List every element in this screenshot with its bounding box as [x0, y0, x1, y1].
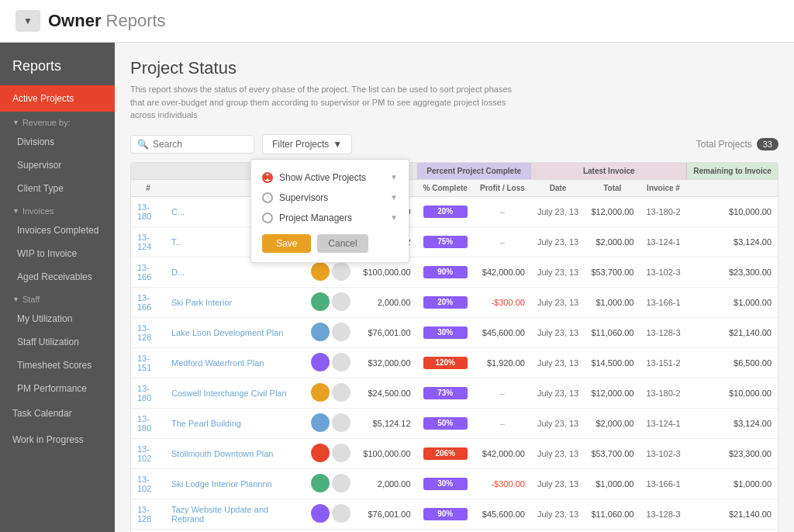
col-header-latest-invoice: Latest Invoice [531, 163, 687, 180]
filter-projects-button[interactable]: Filter Projects ▼ [262, 134, 352, 154]
sidebar-item-task-calendar[interactable]: Task Calendar [0, 400, 115, 427]
search-input[interactable] [153, 139, 247, 150]
cell-inv-total: $53,700.00 [585, 438, 640, 468]
cancel-button[interactable]: Cancel [317, 234, 368, 253]
chevron-down-icon: ▼ [333, 139, 342, 150]
cell-pm [305, 529, 357, 532]
table-row: 13-102 Stollmouth Downtown Plan $100,000… [131, 438, 778, 468]
search-box[interactable]: 🔍 [130, 135, 254, 154]
dropdown-option-project-managers[interactable]: Project Managers ▼ [251, 208, 409, 228]
cell-name[interactable]: Coswell Interchange Civil Plan [165, 378, 305, 408]
cell-remaining: $23,300.00 [687, 438, 778, 468]
menu-toggle-button[interactable]: ▼ [16, 10, 40, 32]
cell-id[interactable]: 13-102 [131, 438, 165, 468]
cell-id[interactable]: 13-124 [131, 226, 165, 257]
cell-name[interactable]: Ski Park Interior [165, 287, 305, 317]
avatar [311, 413, 330, 432]
sidebar-item-active-projects[interactable]: Active Projects [0, 85, 115, 112]
sidebar-header: Reports [0, 43, 115, 85]
app-title: Owner Reports [48, 11, 166, 31]
cell-name[interactable]: Collwell Structural Design [165, 529, 305, 532]
cell-remaining: $6,500.00 [687, 347, 778, 378]
col-header-num: # [131, 179, 165, 196]
col-header-inv-num: Invoice # [640, 179, 686, 196]
cell-name[interactable]: Lake Loon Development Plan [165, 317, 305, 347]
sidebar-item-staff-utilization[interactable]: Staff Utilization [0, 330, 115, 354]
cell-name[interactable]: Medford Waterfront Plan [165, 347, 305, 378]
cell-name[interactable]: Stollmouth Downtown Plan [165, 438, 305, 468]
cell-profit-loss: $45,600.00 [474, 499, 531, 529]
cell-pct-complete: 30% [417, 468, 474, 499]
avatar [311, 262, 330, 281]
toolbar-row: 🔍 Filter Projects ▼ Show Active Projects… [130, 134, 778, 154]
cell-inv-total: $11,060.00 [585, 317, 640, 347]
cell-date: July 23, 13 [531, 438, 585, 468]
dropdown-option-show-active[interactable]: Show Active Projects ▼ [251, 168, 409, 188]
table-row: 13-128 Tazy Website Update and Rebrand $… [131, 499, 778, 529]
table-row: 13-166 D... $100,000.00 90% $42,000.00 J… [131, 257, 778, 287]
cell-id[interactable]: 13-128 [131, 317, 165, 347]
cell-id[interactable]: 13-128 [131, 499, 165, 529]
sidebar-item-supervisor[interactable]: Supervisor [0, 154, 115, 177]
avatar [311, 474, 330, 492]
cell-id[interactable]: 13-102 [131, 468, 165, 499]
sidebar-item-client-type[interactable]: Client Type [0, 177, 115, 200]
sidebar-item-invoices-completed[interactable]: Invoices Completed [0, 219, 115, 242]
cell-profit-loss: – [474, 226, 531, 257]
dropdown-option-supervisors[interactable]: Supervisors ▼ [251, 188, 409, 208]
sidebar-section-label: Invoices [22, 206, 54, 216]
cell-inv-num: 13-128-3 [640, 499, 686, 529]
cell-id[interactable]: 13-151 [131, 529, 165, 532]
cell-pct-complete: 20% [417, 287, 474, 317]
progress-bar: 50% [423, 417, 468, 430]
cell-id[interactable]: 13-166 [131, 287, 165, 317]
page-description: This report shows the status of every ph… [130, 83, 518, 122]
sidebar-item-timesheet-scores[interactable]: Timesheet Scores [0, 354, 115, 377]
cell-pct-complete: 20% [417, 196, 474, 226]
col-header-inv-total: Total [585, 179, 640, 196]
radio-project-managers [262, 212, 273, 223]
cell-date: July 23, 13 [531, 226, 585, 257]
sidebar-item-work-in-progress[interactable]: Work in Progress [0, 427, 115, 453]
col-header-pct-complete: % Complete [417, 179, 474, 196]
cell-id[interactable]: 13-151 [131, 347, 165, 378]
top-bar: ▼ Owner Reports [0, 0, 794, 43]
table-row: 13-180 Coswell Interchange Civil Plan $2… [131, 378, 778, 408]
sidebar: Reports Active Projects ▼ Revenue by: Di… [0, 43, 115, 532]
sidebar-item-my-utilization[interactable]: My Utilization [0, 307, 115, 330]
cell-total-fee: 2,000.00 [357, 287, 416, 317]
sidebar-item-divisions[interactable]: Divisions [0, 130, 115, 154]
sidebar-item-pm-performance[interactable]: PM Performance [0, 377, 115, 400]
cell-id[interactable]: 13-180 [131, 196, 165, 226]
cell-profit-loss: $1,920.00 [474, 529, 531, 532]
cell-remaining: $1,000.00 [687, 287, 778, 317]
cell-profit-loss: -$300.00 [474, 287, 531, 317]
cell-inv-num: 13-151-2 [640, 529, 686, 532]
avatar-placeholder [332, 504, 350, 523]
cell-name[interactable]: Ski Lodge Interior Plannnn [165, 468, 305, 499]
cell-pct-complete: 120% [417, 347, 474, 378]
cell-profit-loss: $42,000.00 [474, 257, 531, 287]
cell-pct-complete: 50% [417, 408, 474, 438]
cell-remaining: $6,500.00 [687, 529, 778, 532]
sidebar-item-aged-receivables[interactable]: Aged Receivables [0, 265, 115, 288]
cell-id[interactable]: 13-180 [131, 378, 165, 408]
cell-id[interactable]: 13-166 [131, 257, 165, 287]
cell-profit-loss: $42,000.00 [474, 438, 531, 468]
cell-pct-complete: 90% [417, 257, 474, 287]
cell-name[interactable]: The Pearl Building [165, 408, 305, 438]
main-layout: Reports Active Projects ▼ Revenue by: Di… [0, 43, 794, 532]
cell-date: July 23, 13 [531, 529, 585, 532]
progress-bar: 20% [423, 206, 468, 218]
cell-name[interactable]: Tazy Website Update and Rebrand [165, 499, 305, 529]
sidebar-item-wip-to-invoice[interactable]: WIP to Invoice [0, 242, 115, 265]
save-button[interactable]: Save [262, 234, 311, 253]
cell-id[interactable]: 13-180 [131, 408, 165, 438]
chevron-down-icon: ▼ [12, 295, 19, 303]
chevron-down-icon: ▼ [12, 207, 19, 215]
col-header-date: Date [531, 179, 585, 196]
table-row: 13-180 C... $24,500.00 20% – July 23, 13… [131, 196, 778, 226]
filter-label: Filter Projects [272, 139, 329, 150]
cell-inv-total: $1,000.00 [585, 287, 640, 317]
cell-inv-num: 13-166-1 [640, 287, 686, 317]
